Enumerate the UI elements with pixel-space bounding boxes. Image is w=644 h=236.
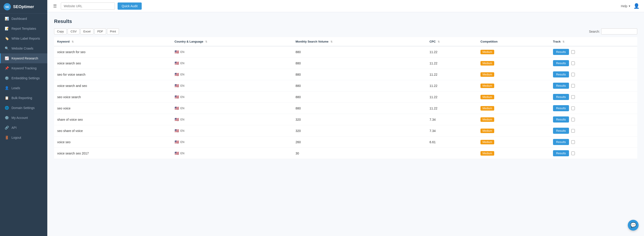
export-buttons: CopyCSVExcelPDFPrint [54,28,120,34]
table-row: voice search for seo 🇺🇸 EN 880 11.22 Med… [54,46,637,58]
export-print-button[interactable]: Print [107,28,119,34]
main-area: ☰ Quick Audit Help ▼ 👤 Results CopyCSVEx… [47,0,644,236]
table-row: seo share of voice 🇺🇸 EN 320 7.34 Medium… [54,125,637,136]
sidebar-item-leads[interactable]: 👤 Leads [0,83,47,93]
track-checkbox[interactable] [571,95,575,99]
table-row: seo voice 🇺🇸 EN 880 11.22 Medium Results [54,103,637,114]
results-button[interactable]: Results [553,72,569,78]
language-code: EN [180,129,184,132]
sidebar-item-label: Leads [12,86,20,90]
table-row: voice search seo 🇺🇸 EN 880 11.22 Medium … [54,58,637,69]
cell-volume: 320 [292,114,426,125]
sidebar-item-label: API [12,126,17,130]
results-button[interactable]: Results [553,60,569,66]
sort-icon-country[interactable]: ⇅ [205,40,207,43]
cell-cpc: 6.61 [426,136,477,148]
cell-competition: Medium [477,136,550,148]
track-checkbox[interactable] [571,73,575,76]
chat-bubble[interactable]: 💬 [628,220,638,230]
bulk-reporting-icon: 📋 [5,96,9,100]
sidebar-item-label: Keyword Research [12,56,38,60]
sort-icon-cpc[interactable]: ⇅ [438,40,440,43]
sidebar-item-domain-settings[interactable]: 🌐 Domain Settings [0,103,47,113]
track-checkbox[interactable] [571,152,575,155]
results-button[interactable]: Results [553,139,569,145]
cell-volume: 880 [292,69,426,80]
sidebar-item-dashboard[interactable]: 📊 Dashboard [0,14,47,24]
export-copy-button[interactable]: Copy [54,28,67,34]
cell-track: Results [550,114,637,125]
col-cpc: CPC ⇅ [426,37,477,46]
language-code: EN [180,50,184,54]
api-icon: 🔗 [5,126,9,130]
sidebar-item-website-crawls[interactable]: 🔍 Website Crawls [0,44,47,53]
user-avatar-icon[interactable]: 👤 [634,3,640,9]
sort-icon-volume[interactable]: ⇅ [330,40,332,43]
export-excel-button[interactable]: Excel [80,28,94,34]
results-button[interactable]: Results [553,116,569,122]
sort-icon-keyword[interactable]: ⇅ [72,40,74,43]
sidebar-item-logout[interactable]: 🚪 Logout [0,133,47,142]
cell-cpc: 7.34 [426,125,477,136]
sidebar-item-report-templates[interactable]: 📝 Report Templates [0,24,47,34]
cell-cpc: 11.22 [426,69,477,80]
leads-icon: 👤 [5,86,9,90]
sidebar-item-bulk-reporting[interactable]: 📋 Bulk Reporting [0,93,47,103]
logo-icon: SE [4,3,11,10]
language-code: EN [180,62,184,65]
sidebar-item-label: Report Templates [12,27,36,30]
cell-track: Results [550,46,637,58]
track-checkbox[interactable] [571,106,575,110]
results-button[interactable]: Results [553,150,569,156]
col-country-language: Country & Language ⇅ [172,37,292,46]
sidebar-item-my-account[interactable]: ⚙️ My Account [0,113,47,123]
sort-icon-track[interactable]: ⇅ [562,40,564,43]
export-pdf-button[interactable]: PDF [94,28,106,34]
results-table: Keyword ⇅ Country & Language ⇅ Monthly S… [54,37,637,159]
track-checkbox[interactable] [571,129,575,133]
cell-country-language: 🇺🇸 EN [172,103,292,114]
sidebar-logo: SE SEOptimer [0,0,47,14]
cell-competition: Medium [477,80,550,92]
results-button[interactable]: Results [553,83,569,89]
track-checkbox[interactable] [571,118,575,122]
sidebar-item-keyword-tracking[interactable]: 📌 Keyword Tracking [0,63,47,73]
language-code: EN [180,84,184,87]
table-row: seo for voice search 🇺🇸 EN 880 11.22 Med… [54,69,637,80]
cell-volume: 880 [292,58,426,69]
help-button[interactable]: Help ▼ [621,4,631,8]
cell-volume: 880 [292,46,426,58]
cell-keyword: voice search for seo [54,46,172,58]
results-button[interactable]: Results [553,105,569,111]
sidebar-item-white-label-reports[interactable]: 🏷️ White Label Reports [0,34,47,44]
cell-competition: Medium [477,46,550,58]
track-checkbox[interactable] [571,84,575,88]
page-title: Results [54,18,637,24]
help-label: Help [621,4,627,8]
cell-volume: 30 [292,148,426,159]
competition-badge: Medium [480,50,494,54]
track-checkbox[interactable] [571,50,575,54]
search-label: Search: [589,30,600,33]
results-button[interactable]: Results [553,94,569,100]
cell-volume: 320 [292,125,426,136]
track-checkbox[interactable] [571,140,575,144]
sidebar-item-api[interactable]: 🔗 API [0,123,47,133]
hamburger-button[interactable]: ☰ [52,3,58,10]
sidebar-item-keyword-research[interactable]: 📈 Keyword Research [0,53,47,63]
url-input[interactable] [61,2,115,10]
results-button[interactable]: Results [553,128,569,134]
quick-audit-button[interactable]: Quick Audit [118,2,142,10]
language-code: EN [180,95,184,99]
sidebar-item-label: Website Crawls [12,46,33,50]
sidebar-item-embedding-settings[interactable]: ⚙️ Embedding Settings [0,73,47,83]
track-checkbox[interactable] [571,62,575,65]
cell-volume: 880 [292,92,426,103]
cell-country-language: 🇺🇸 EN [172,92,292,103]
logo-text: SEOptimer [13,4,34,9]
table-body: voice search for seo 🇺🇸 EN 880 11.22 Med… [54,46,637,159]
export-csv-button[interactable]: CSV [68,28,80,34]
cell-country-language: 🇺🇸 EN [172,125,292,136]
search-input[interactable] [601,28,637,34]
results-button[interactable]: Results [553,49,569,55]
